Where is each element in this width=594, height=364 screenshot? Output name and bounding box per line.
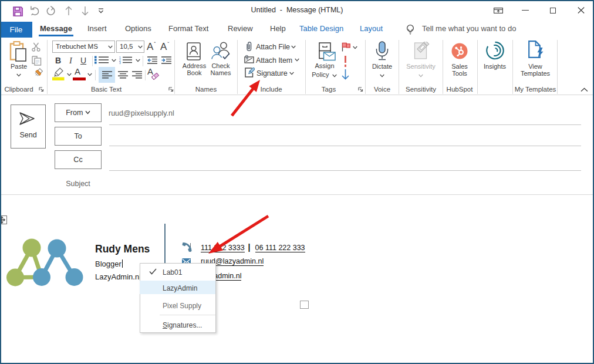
- svg-text:3: 3: [119, 61, 121, 64]
